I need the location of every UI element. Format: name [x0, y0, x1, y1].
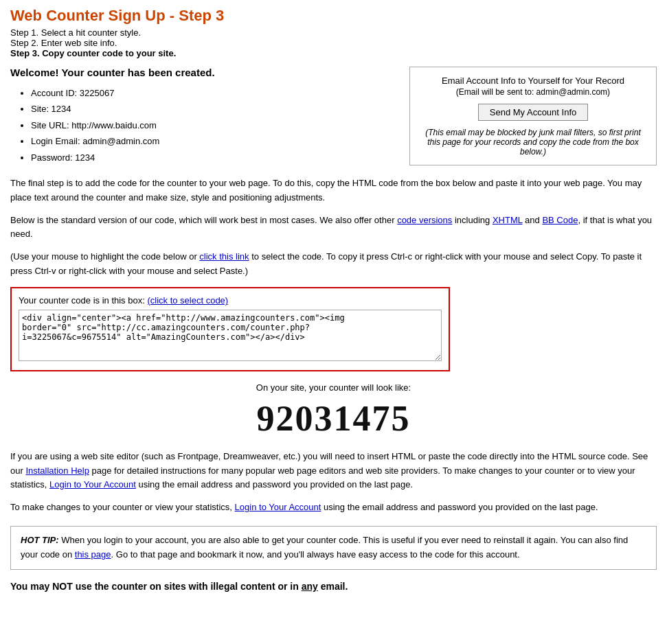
- para3-start: (Use your mouse to highlight the code be…: [10, 251, 199, 262]
- bbcode-link[interactable]: BB Code: [542, 215, 578, 225]
- welcome-section: Welcome! Your counter has been created. …: [10, 67, 396, 165]
- installation-help-link[interactable]: Installation Help: [25, 465, 89, 476]
- intro-paragraph: The final step is to add the code for th…: [10, 176, 657, 205]
- counter-preview-section: On your site, your counter will look lik…: [10, 382, 657, 439]
- account-id: Account ID: 3225067: [31, 85, 396, 101]
- select-code-link[interactable]: (click to select code): [147, 295, 228, 306]
- page-title: Web Counter Sign Up - Step 3: [10, 7, 657, 25]
- hot-tip-box: HOT TIP: When you login to your account,…: [10, 526, 657, 570]
- login-link1[interactable]: Login to Your Account: [49, 479, 136, 490]
- this-page-link[interactable]: this page: [75, 549, 111, 560]
- para5-start: To make changes to your counter or view …: [10, 502, 235, 512]
- para4-end: using the email address and password you…: [136, 479, 413, 490]
- final-warning: You may NOT use the counter on sites wit…: [10, 581, 657, 592]
- password: Password: 1234: [31, 150, 396, 165]
- para2-mid: including: [452, 215, 493, 225]
- para2-start: Below is the standard version of our cod…: [10, 215, 397, 225]
- counter-code-box: Your counter code is in this box: (click…: [10, 287, 450, 371]
- step1-label: Step 1. Select a hit counter style.: [10, 27, 657, 38]
- hot-tip-label: HOT TIP:: [21, 535, 59, 545]
- counter-code-section: Your counter code is in this box: (click…: [10, 287, 657, 371]
- email-box-note: (This email may be blocked by junk mail …: [421, 128, 645, 157]
- xhtml-link[interactable]: XHTML: [493, 215, 523, 225]
- email-box-sub: (Email will be sent to: admin@admin.com): [421, 87, 645, 97]
- site-name: Site: 1234: [31, 101, 396, 117]
- code-versions-link[interactable]: code versions: [397, 215, 452, 225]
- login-paragraph: To make changes to your counter or view …: [10, 501, 657, 515]
- login-email: Login Email: admin@admin.com: [31, 133, 396, 149]
- step2-label: Step 2. Enter web site info.: [10, 38, 657, 48]
- code-box-label: Your counter code is in this box: (click…: [19, 295, 442, 306]
- account-info-list: Account ID: 3225067 Site: 1234 Site URL:…: [31, 85, 396, 165]
- welcome-heading: Welcome! Your counter has been created.: [10, 67, 396, 78]
- code-box-label-text: Your counter code is in this box:: [19, 295, 147, 306]
- para5-end: using the email address and password you…: [321, 502, 598, 512]
- copy-instructions-paragraph: (Use your mouse to highlight the code be…: [10, 250, 657, 279]
- para2-mid2: and: [522, 215, 542, 225]
- email-box-title: Email Account Info to Yourself for Your …: [421, 76, 645, 86]
- step3-label: Step 3. Copy counter code to your site.: [10, 48, 657, 58]
- preview-label: On your site, your counter will look lik…: [10, 382, 657, 393]
- email-record-box: Email Account Info to Yourself for Your …: [409, 67, 657, 165]
- final-warning-text: You may NOT use the counter on sites wit…: [10, 581, 299, 592]
- counter-display: 92031475: [10, 398, 657, 439]
- hot-tip-text2: . Go to that page and bookmark it now, a…: [111, 549, 520, 560]
- send-account-info-button[interactable]: Send My Account Info: [478, 104, 588, 121]
- click-this-link[interactable]: click this link: [199, 251, 249, 262]
- counter-code-textarea[interactable]: <div align="center"><a href="http://www.…: [19, 310, 442, 361]
- login-link2[interactable]: Login to Your Account: [235, 502, 321, 512]
- installation-paragraph: If you are using a web site editor (such…: [10, 450, 657, 492]
- code-versions-paragraph: Below is the standard version of our cod…: [10, 214, 657, 242]
- site-url: Site URL: http://www.baidu.com: [31, 117, 396, 133]
